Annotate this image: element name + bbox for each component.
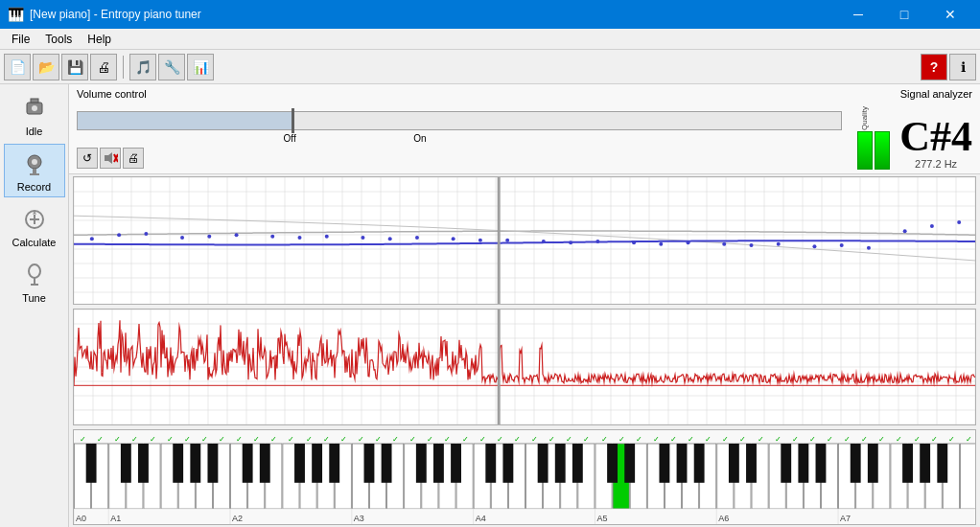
piano-canvas <box>74 430 976 525</box>
pitch-canvas <box>74 177 976 305</box>
minimize-button[interactable]: ─ <box>836 0 880 29</box>
titlebar-title: [New piano] - Entropy piano tuner <box>30 8 201 21</box>
waveform-chart <box>73 309 976 425</box>
volume-label: Volume control <box>77 88 842 100</box>
titlebar: 🎹 [New piano] - Entropy piano tuner ─ □ … <box>0 0 980 29</box>
toolbar: 📄 📂 💾 🖨 🎵 🔧 📊 ? ℹ <box>0 50 980 84</box>
note-display: C#4 277.2 Hz <box>899 116 972 170</box>
sidebar-item-idle[interactable]: Idle <box>4 88 65 142</box>
svg-rect-6 <box>30 173 39 175</box>
content-area: Volume control Off On ↺ <box>69 84 980 527</box>
tune-label: Tune <box>22 292 46 304</box>
sidebar-item-tune[interactable]: Tune <box>4 255 65 309</box>
volume-signal-area: Volume control Off On ↺ <box>69 84 980 174</box>
quality-bar <box>857 131 873 170</box>
quality-label: Quality <box>861 103 869 130</box>
volume-reset-button[interactable]: ↺ <box>77 148 98 169</box>
svg-point-4 <box>32 159 37 165</box>
info-button[interactable]: ℹ <box>949 54 976 80</box>
main-layout: Idle Record Calc <box>0 84 980 527</box>
idle-label: Idle <box>26 126 43 137</box>
waveform-cursor <box>498 309 501 424</box>
volume-control-section: Volume control Off On ↺ <box>77 88 842 169</box>
titlebar-left: 🎹 [New piano] - Entropy piano tuner <box>8 7 201 22</box>
menu-tools[interactable]: Tools <box>37 31 80 48</box>
signal-analyzer: Signal analyzer Quality C#4 277.2 Hz <box>857 88 972 170</box>
signal-analyzer-label: Signal analyzer <box>900 88 972 100</box>
pitch-chart <box>73 176 976 305</box>
svg-point-10 <box>29 264 40 278</box>
export-button[interactable]: 📊 <box>187 54 214 80</box>
new-button[interactable]: 📄 <box>4 54 31 80</box>
charts-area <box>69 174 980 527</box>
menu-file[interactable]: File <box>4 31 37 48</box>
menu-help[interactable]: Help <box>80 31 119 48</box>
tune-icon <box>19 260 50 290</box>
record-icon <box>19 149 50 179</box>
svg-rect-1 <box>31 99 38 103</box>
waveform-canvas <box>74 309 976 425</box>
piano-keyboard-area <box>73 429 976 525</box>
app-icon: 🎹 <box>8 7 24 22</box>
volume-mute-button[interactable] <box>100 148 121 169</box>
settings-button[interactable]: 🔧 <box>158 54 185 80</box>
sidebar: Idle Record Calc <box>0 84 69 527</box>
note-frequency: 277.2 Hz <box>915 158 957 170</box>
sidebar-item-calculate[interactable]: Calculate <box>4 199 65 253</box>
volume-off-label: Off <box>284 133 296 144</box>
svg-point-2 <box>32 105 37 111</box>
toolbar-separator-1 <box>123 56 124 79</box>
record-label: Record <box>17 181 51 193</box>
idle-icon <box>19 93 50 124</box>
volume-print-button[interactable]: 🖨 <box>123 148 144 169</box>
note-name: C#4 <box>899 116 972 158</box>
signal-bar <box>875 131 890 170</box>
titlebar-controls: ─ □ ✕ <box>836 0 972 29</box>
maximize-button[interactable]: □ <box>882 0 926 29</box>
save-button[interactable]: 💾 <box>61 54 88 80</box>
calculate-icon <box>19 204 50 235</box>
sidebar-item-record[interactable]: Record <box>4 144 65 197</box>
print-button[interactable]: 🖨 <box>90 54 117 80</box>
open-button[interactable]: 📂 <box>33 54 59 80</box>
volume-on-label: On <box>413 133 426 144</box>
menubar: File Tools Help <box>0 29 980 50</box>
pitch-cursor <box>498 177 501 304</box>
svg-marker-13 <box>105 152 112 164</box>
help-button[interactable]: ? <box>921 54 947 80</box>
mode-button[interactable]: 🎵 <box>129 54 156 80</box>
calculate-label: Calculate <box>12 237 57 248</box>
close-button[interactable]: ✕ <box>928 0 972 29</box>
